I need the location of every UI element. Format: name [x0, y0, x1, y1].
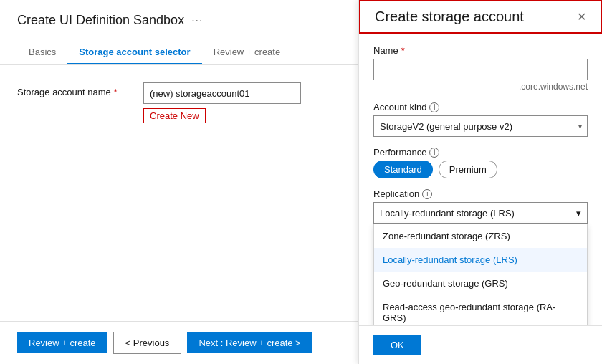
name-suffix: .core.windows.net [373, 82, 588, 92]
review-create-button[interactable]: Review + create [17, 332, 108, 353]
main-header: Create UI Definition Sandbox ··· [0, 0, 366, 28]
replication-option-grs[interactable]: Geo-redundant storage (GRS) [374, 272, 587, 295]
replication-label: Replication i [373, 188, 588, 199]
performance-info-icon[interactable]: i [429, 148, 439, 158]
replication-option-zrs[interactable]: Zone-redundant storage (ZRS) [374, 224, 587, 248]
app-title-text: Create UI Definition Sandbox [17, 13, 184, 28]
ok-button[interactable]: OK [373, 335, 421, 355]
account-kind-select[interactable]: StorageV2 (general purpose v2) StorageV1… [373, 115, 588, 137]
name-label: Name * [373, 45, 588, 56]
performance-options: Standard Premium [373, 161, 588, 178]
replication-chevron-icon: ▾ [576, 208, 581, 219]
replication-option-lrs[interactable]: Locally-redundant storage (LRS) [374, 248, 587, 272]
account-kind-field: Account kind i StorageV2 (general purpos… [373, 102, 588, 137]
storage-account-name-input-group: Create New [143, 82, 301, 123]
replication-select-wrapper: Locally-redundant storage (LRS) ▾ Zone-r… [373, 202, 588, 224]
modal-title: Create storage account [375, 9, 524, 25]
replication-selected-value: Locally-redundant storage (LRS) [380, 208, 515, 219]
more-options-icon[interactable]: ··· [191, 14, 203, 27]
main-panel: Create UI Definition Sandbox ··· Basics … [0, 0, 366, 364]
storage-account-name-row: Storage account name * Create New [17, 82, 348, 123]
performance-label: Performance i [373, 147, 588, 158]
create-new-button[interactable]: Create New [143, 108, 206, 123]
storage-account-name-input[interactable] [143, 82, 301, 104]
modal-header: Create storage account ✕ [359, 0, 602, 34]
account-kind-info-icon[interactable]: i [429, 102, 439, 112]
next-button[interactable]: Next : Review + create > [187, 332, 312, 353]
performance-premium-button[interactable]: Premium [439, 161, 497, 178]
tab-bar: Basics Storage account selector Review +… [0, 28, 366, 65]
replication-option-ragrs[interactable]: Read-access geo-redundant storage (RA-GR… [374, 295, 587, 325]
tab-basics[interactable]: Basics [17, 41, 67, 64]
replication-select-display[interactable]: Locally-redundant storage (LRS) ▾ [373, 202, 588, 224]
storage-account-name-label: Storage account name * [17, 82, 132, 97]
name-required: * [401, 45, 405, 56]
app-title: Create UI Definition Sandbox ··· [17, 13, 348, 28]
name-input-row: .core.windows.net [373, 59, 588, 92]
replication-field: Replication i Locally-redundant storage … [373, 188, 588, 224]
modal-close-button[interactable]: ✕ [574, 9, 589, 25]
account-kind-label: Account kind i [373, 102, 588, 112]
tab-review-create[interactable]: Review + create [202, 41, 292, 64]
previous-button[interactable]: < Previous [113, 332, 182, 354]
performance-standard-button[interactable]: Standard [373, 161, 433, 178]
tab-storage-account-selector[interactable]: Storage account selector [67, 41, 201, 64]
name-input[interactable] [373, 59, 588, 80]
name-field: Name * .core.windows.net [373, 45, 588, 92]
modal-body: Name * .core.windows.net Account kind i … [359, 34, 602, 325]
replication-dropdown: Zone-redundant storage (ZRS) Locally-red… [373, 224, 588, 325]
create-storage-account-modal: Create storage account ✕ Name * .core.wi… [358, 0, 602, 364]
footer: Review + create < Previous Next : Review… [0, 321, 366, 364]
replication-info-icon[interactable]: i [422, 189, 432, 199]
required-indicator: * [113, 87, 117, 97]
performance-field: Performance i Standard Premium [373, 147, 588, 178]
main-content: Storage account name * Create New [0, 65, 366, 321]
modal-footer: OK [359, 325, 602, 364]
account-kind-select-wrapper: StorageV2 (general purpose v2) StorageV1… [373, 115, 588, 137]
